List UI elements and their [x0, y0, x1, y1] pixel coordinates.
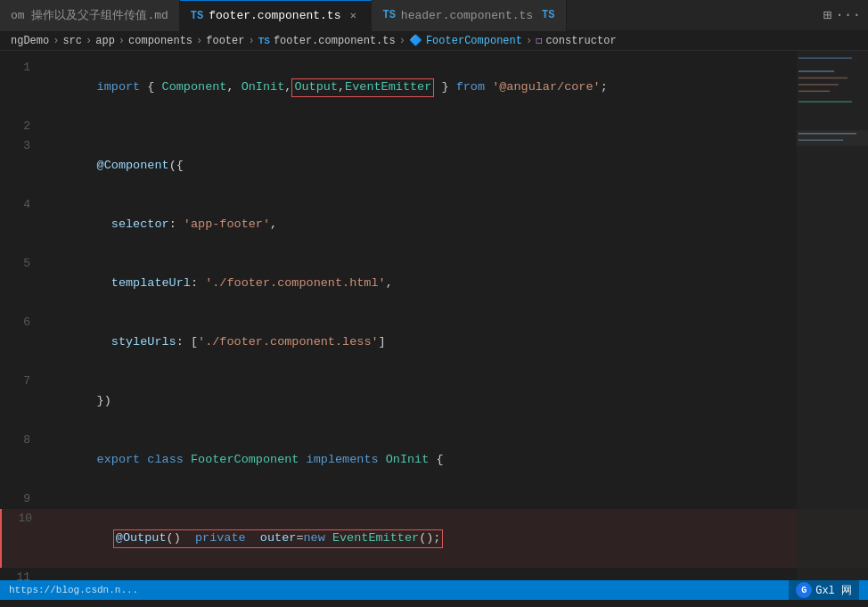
tab-md[interactable]: om 操作以及父子组件传值.md — [0, 0, 180, 31]
code-line-11: 11 public msg="我是子组件footer的一个msg"; — [0, 568, 868, 580]
code-line-7: 7 }) — [0, 372, 868, 431]
breadcrumb-ngdemo: ngDemo — [11, 35, 49, 47]
minimap[interactable] — [797, 51, 868, 580]
code-line-5: 5 templateUrl: './footer.component.html'… — [0, 254, 868, 313]
code-line-3: 3 @Component({ — [0, 136, 868, 195]
svg-rect-3 — [798, 78, 848, 78]
svg-rect-2 — [798, 70, 834, 71]
code-line-1: 1 import { Component, OnInit,Output,Even… — [0, 58, 868, 117]
tab-header[interactable]: TS header.component.ts TS — [372, 0, 566, 31]
svg-rect-7 — [797, 130, 868, 146]
close-icon[interactable]: ✕ — [346, 9, 360, 23]
svg-rect-1 — [798, 57, 852, 58]
breadcrumb-src: src — [62, 35, 82, 47]
code-line-6: 6 styleUrls: ['./footer.component.less'] — [0, 313, 868, 372]
tab-footer[interactable]: TS footer.component.ts ✕ — [180, 0, 373, 31]
breadcrumb-ts-icon: TS — [258, 36, 270, 46]
breadcrumb-class: FooterComponent — [426, 35, 522, 47]
split-editor-icon[interactable]: ⊞ — [823, 6, 832, 24]
tab-actions: ⊞ ··· — [816, 6, 868, 24]
code-line-2: 2 — [0, 117, 868, 136]
breadcrumb-component-icon: 🔷 — [409, 34, 422, 47]
svg-rect-5 — [798, 91, 830, 92]
tab-header-badge2: TS — [542, 9, 554, 21]
logo-text: Gxl 网 — [815, 583, 852, 598]
tab-md-label: om 操作以及父子组件传值.md — [11, 7, 168, 23]
status-bar: https://blog.csdn.n... G Gxl 网 — [0, 580, 868, 600]
breadcrumb: ngDemo › src › app › components › footer… — [0, 31, 868, 51]
code-line-9: 9 — [0, 489, 868, 509]
tab-bar: om 操作以及父子组件传值.md TS footer.component.ts … — [0, 0, 868, 31]
breadcrumb-file: footer.component.ts — [274, 35, 396, 47]
svg-rect-6 — [798, 101, 852, 102]
code-editor: 1 import { Component, OnInit,Output,Even… — [0, 51, 868, 580]
tab-header-label: header.component.ts — [401, 9, 533, 22]
tab-footer-label: footer.component.ts — [209, 9, 340, 22]
tab-header-badge: TS — [382, 9, 395, 21]
watermark-url: https://blog.csdn.n... — [9, 585, 138, 595]
logo-icon: G — [796, 582, 812, 598]
status-logo: G Gxl 网 — [789, 580, 859, 600]
svg-rect-8 — [798, 133, 856, 134]
code-line-10: 10 @Output() private outer=new EventEmit… — [0, 509, 868, 568]
breadcrumb-constructor: constructor — [545, 35, 616, 47]
breadcrumb-components: components — [128, 35, 192, 47]
breadcrumb-footer: footer — [206, 35, 244, 47]
svg-rect-4 — [798, 84, 839, 85]
code-line-8: 8 export class FooterComponent implement… — [0, 431, 868, 489]
breadcrumb-app: app — [95, 35, 115, 47]
code-line-4: 4 selector: 'app-footer', — [0, 195, 868, 254]
breadcrumb-cube-icon: ◻ — [536, 34, 542, 47]
tab-footer-badge: TS — [191, 10, 203, 22]
more-icon[interactable]: ··· — [835, 7, 861, 23]
svg-rect-9 — [798, 139, 843, 140]
